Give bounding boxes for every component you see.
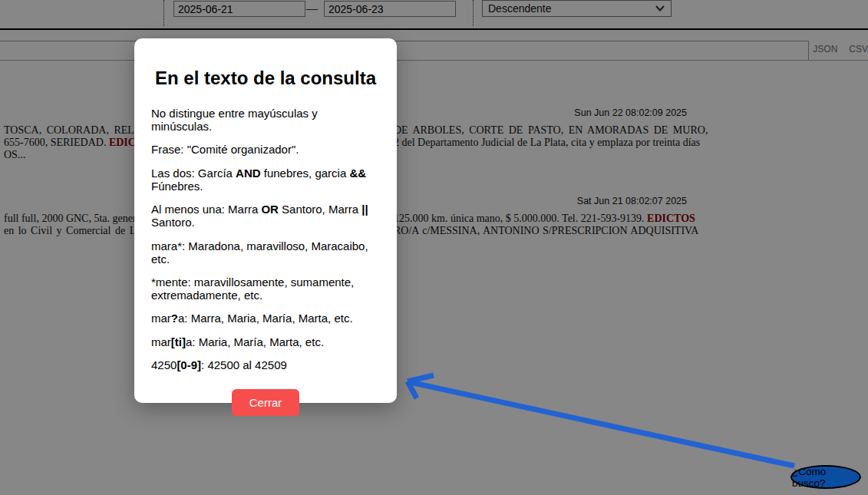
modal-paragraph: *mente: maravillosamente, sumamente, ext…: [151, 276, 380, 302]
modal-paragraph: Al menos una: Marra OR Santoro, Marra ||…: [151, 203, 380, 229]
modal-paragraph: mar[ti]a: Maria, María, Marta, etc.: [151, 336, 380, 349]
modal-paragraph: Frase: "Comité organizador".: [151, 144, 380, 157]
modal-paragraph: mara*: Maradona, maravilloso, Maracaibo,…: [151, 240, 380, 266]
como-busco-label: ¿Como busco?: [792, 466, 860, 489]
modal-body: No distingue entre mayúsculas y minúscul…: [151, 107, 380, 372]
search-help-modal: En el texto de la consulta No distingue …: [134, 38, 397, 403]
screen: — Descendente JSONCSV Sun Jun 22 08:02:0…: [0, 0, 868, 495]
modal-paragraph: 4250[0-9]: 42500 al 42509: [151, 359, 380, 372]
modal-paragraph: Las dos: García AND funebres, garcia && …: [151, 167, 380, 193]
como-busco-button[interactable]: ¿Como busco?: [790, 465, 861, 489]
modal-backdrop: [0, 0, 868, 495]
modal-paragraph: No distingue entre mayúsculas y minúscul…: [151, 107, 380, 134]
modal-paragraph: mar?a: Marra, Maria, María, Marta, etc.: [151, 312, 380, 325]
modal-title: En el texto de la consulta: [151, 68, 380, 89]
cerrar-button[interactable]: Cerrar: [232, 389, 300, 416]
